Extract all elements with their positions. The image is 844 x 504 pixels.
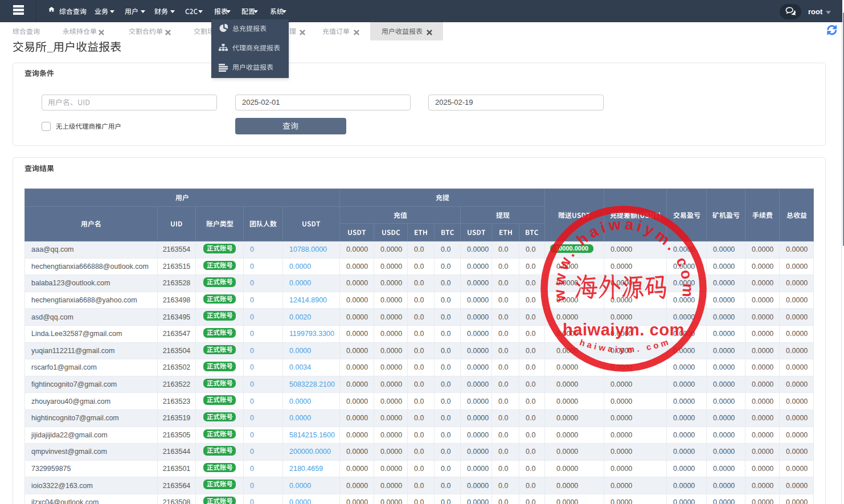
svg-text:haiwaiym. com: haiwaiym. com (579, 336, 672, 354)
svg-text:haiwaiym. com: haiwaiym. com (563, 321, 685, 339)
